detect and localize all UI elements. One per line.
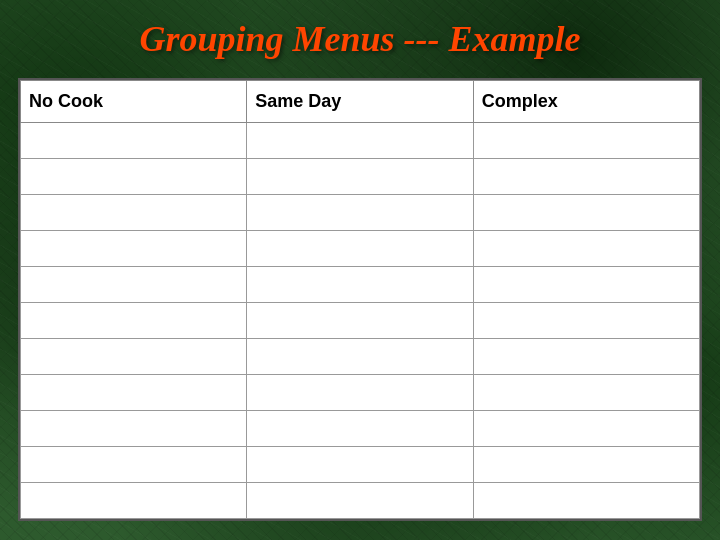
cell-complex-8 xyxy=(473,411,699,447)
cell-complex-10 xyxy=(473,483,699,519)
table-row xyxy=(21,411,700,447)
grouping-table: No Cook Same Day Complex xyxy=(20,80,700,519)
cell-no_cook-9 xyxy=(21,447,247,483)
cell-complex-1 xyxy=(473,159,699,195)
cell-no_cook-10 xyxy=(21,483,247,519)
column-header-same-day: Same Day xyxy=(247,81,473,123)
cell-no_cook-4 xyxy=(21,267,247,303)
cell-complex-4 xyxy=(473,267,699,303)
cell-no_cook-6 xyxy=(21,339,247,375)
column-header-no-cook: No Cook xyxy=(21,81,247,123)
cell-complex-2 xyxy=(473,195,699,231)
table-row xyxy=(21,339,700,375)
page-background: Grouping Menus --- Example No Cook Same … xyxy=(0,0,720,540)
cell-complex-7 xyxy=(473,375,699,411)
table-row xyxy=(21,303,700,339)
cell-same_day-4 xyxy=(247,267,473,303)
cell-complex-0 xyxy=(473,123,699,159)
cell-no_cook-8 xyxy=(21,411,247,447)
cell-same_day-9 xyxy=(247,447,473,483)
table-container: No Cook Same Day Complex xyxy=(18,78,702,521)
cell-no_cook-2 xyxy=(21,195,247,231)
cell-same_day-10 xyxy=(247,483,473,519)
cell-same_day-1 xyxy=(247,159,473,195)
cell-same_day-6 xyxy=(247,339,473,375)
table-row xyxy=(21,123,700,159)
cell-same_day-8 xyxy=(247,411,473,447)
table-row xyxy=(21,159,700,195)
cell-same_day-5 xyxy=(247,303,473,339)
table-row xyxy=(21,447,700,483)
cell-complex-3 xyxy=(473,231,699,267)
table-row xyxy=(21,267,700,303)
table-row xyxy=(21,375,700,411)
cell-same_day-7 xyxy=(247,375,473,411)
table-header-row: No Cook Same Day Complex xyxy=(21,81,700,123)
page-title: Grouping Menus --- Example xyxy=(18,18,702,60)
cell-complex-5 xyxy=(473,303,699,339)
cell-same_day-3 xyxy=(247,231,473,267)
cell-no_cook-3 xyxy=(21,231,247,267)
table-row xyxy=(21,195,700,231)
table-row xyxy=(21,483,700,519)
cell-complex-9 xyxy=(473,447,699,483)
cell-no_cook-5 xyxy=(21,303,247,339)
column-header-complex: Complex xyxy=(473,81,699,123)
cell-complex-6 xyxy=(473,339,699,375)
cell-no_cook-0 xyxy=(21,123,247,159)
cell-no_cook-7 xyxy=(21,375,247,411)
cell-same_day-2 xyxy=(247,195,473,231)
table-row xyxy=(21,231,700,267)
cell-same_day-0 xyxy=(247,123,473,159)
cell-no_cook-1 xyxy=(21,159,247,195)
